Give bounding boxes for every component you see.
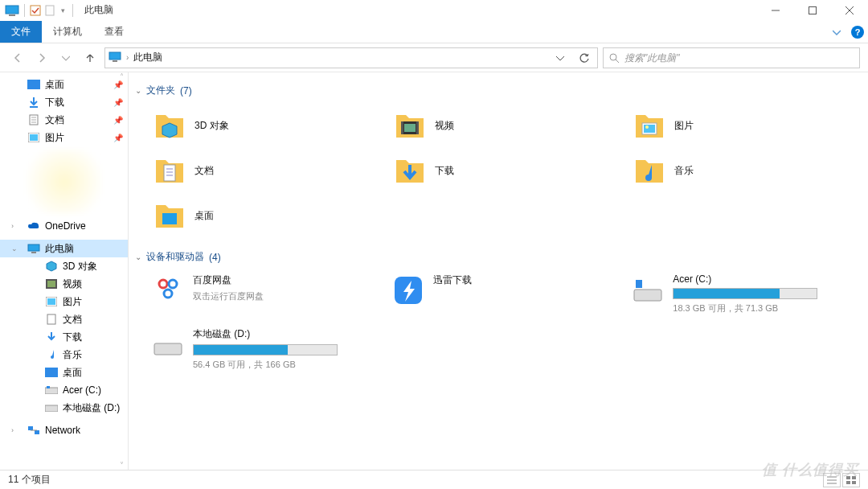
- sidebar-item-label: 此电脑: [45, 242, 74, 256]
- sidebar-acer-c[interactable]: Acer (C:): [0, 381, 128, 399]
- folder-label: 图片: [674, 119, 694, 133]
- close-button[interactable]: [831, 0, 868, 21]
- large-icons-view-button[interactable]: [842, 473, 860, 487]
- new-folder-icon[interactable]: [44, 5, 55, 16]
- folder-music[interactable]: 音乐: [628, 149, 860, 192]
- group-count: (7): [180, 85, 192, 97]
- drive-name: 本地磁盘 (D:): [193, 327, 377, 341]
- group-header-folders[interactable]: ⌄ 文件夹 (7): [135, 84, 860, 97]
- nav-recent-button[interactable]: [56, 48, 76, 68]
- drive-baidu[interactable]: 百度网盘 双击运行百度网盘: [148, 270, 380, 318]
- search-input[interactable]: [624, 52, 854, 64]
- maximize-button[interactable]: [794, 0, 831, 21]
- chevron-down-icon[interactable]: ⌄: [135, 253, 141, 261]
- drive-thunder[interactable]: 迅雷下载: [388, 270, 620, 318]
- drive-d-icon: [151, 327, 185, 361]
- nav-up-button[interactable]: [80, 48, 100, 68]
- folder-pictures[interactable]: 图片: [628, 104, 860, 147]
- sidebar-item-label: 文档: [45, 113, 64, 127]
- svg-rect-32: [35, 430, 39, 434]
- sidebar-item-label: 下载: [45, 96, 64, 109]
- sidebar-documents[interactable]: 文档 📌: [0, 111, 128, 129]
- folder-videos[interactable]: 视频: [388, 104, 620, 147]
- svg-rect-12: [27, 80, 40, 89]
- sidebar-pictures[interactable]: 图片 📌: [0, 129, 128, 146]
- search-icon: [608, 52, 620, 64]
- folder-documents[interactable]: 文档: [148, 149, 380, 192]
- separator: [24, 4, 25, 17]
- svg-line-11: [616, 60, 619, 63]
- tab-view[interactable]: 查看: [93, 21, 135, 43]
- drive-name: Acer (C:): [673, 273, 857, 285]
- refresh-button[interactable]: [575, 52, 594, 64]
- tab-computer[interactable]: 计算机: [42, 21, 93, 43]
- sidebar-videos[interactable]: 视频: [0, 275, 128, 293]
- tab-file[interactable]: 文件: [0, 21, 42, 43]
- sidebar-network[interactable]: › Network: [0, 421, 128, 439]
- video-icon: [45, 277, 58, 290]
- svg-point-48: [164, 290, 172, 298]
- desktop-icon: [27, 78, 40, 91]
- breadcrumb-this-pc[interactable]: 此电脑: [133, 51, 546, 64]
- svg-rect-9: [113, 60, 117, 62]
- music-icon: [45, 348, 58, 361]
- minimize-button[interactable]: [757, 0, 794, 21]
- search-box[interactable]: [603, 47, 860, 68]
- chevron-right-icon[interactable]: ›: [11, 426, 14, 434]
- desktop-folder-icon: [153, 199, 186, 232]
- chevron-down-icon[interactable]: ⌄: [135, 86, 141, 95]
- folder-desktop[interactable]: 桌面: [148, 194, 380, 237]
- svg-rect-8: [109, 52, 121, 60]
- window-title: 此电脑: [80, 3, 757, 17]
- qat-chevron-down-icon[interactable]: ▾: [59, 6, 68, 14]
- sidebar-desktop-2[interactable]: 桌面: [0, 364, 128, 381]
- sidebar-downloads-2[interactable]: 下载: [0, 328, 128, 346]
- drive-local-d[interactable]: 本地磁盘 (D:) 56.4 GB 可用，共 166 GB: [148, 324, 380, 374]
- download-folder-icon: [393, 154, 427, 187]
- nav-forward-button[interactable]: [32, 48, 51, 68]
- group-header-devices[interactable]: ⌄ 设备和驱动器 (4): [135, 250, 860, 264]
- drive-acer-c[interactable]: Acer (C:) 18.3 GB 可用，共 71.3 GB: [628, 270, 860, 318]
- help-button[interactable]: ?: [847, 21, 868, 43]
- sidebar-item-label: 桌面: [45, 78, 64, 92]
- baidu-icon: [151, 273, 185, 307]
- music-folder-icon: [633, 154, 666, 187]
- download-icon: [27, 96, 40, 109]
- drive-icon: [45, 384, 58, 397]
- chevron-down-icon[interactable]: ⌄: [11, 244, 18, 253]
- sidebar-desktop[interactable]: 桌面 📌: [0, 76, 128, 93]
- address-dropdown-icon[interactable]: [551, 54, 570, 62]
- sidebar-local-d[interactable]: 本地磁盘 (D:): [0, 399, 128, 417]
- svg-rect-26: [47, 314, 55, 324]
- sidebar-documents-2[interactable]: 文档: [0, 310, 128, 328]
- this-pc-icon: [5, 5, 19, 16]
- drive-name: 迅雷下载: [433, 273, 617, 287]
- drive-c-icon: [631, 273, 665, 307]
- ribbon-expand-icon[interactable]: [826, 21, 847, 43]
- address-box[interactable]: › 此电脑: [104, 47, 598, 68]
- separator: [72, 4, 73, 17]
- document-icon: [45, 313, 58, 326]
- scroll-down-icon[interactable]: ˅: [120, 461, 124, 470]
- details-view-button[interactable]: [823, 473, 841, 487]
- folder-downloads[interactable]: 下载: [388, 149, 620, 192]
- sidebar-downloads[interactable]: 下载 📌: [0, 93, 128, 111]
- nav-back-button[interactable]: [8, 48, 27, 68]
- svg-rect-53: [154, 343, 182, 355]
- svg-rect-3: [46, 6, 54, 15]
- properties-icon[interactable]: [30, 5, 41, 16]
- folder-3d-objects[interactable]: 3D 对象: [148, 104, 380, 147]
- svg-rect-39: [644, 125, 655, 133]
- breadcrumb-sep-icon[interactable]: ›: [126, 53, 129, 62]
- svg-rect-59: [846, 481, 850, 484]
- sidebar-music[interactable]: 音乐: [0, 346, 128, 364]
- sidebar-this-pc[interactable]: ⌄ 此电脑: [0, 240, 128, 257]
- folder-label: 音乐: [674, 164, 694, 178]
- sidebar-item-label: 本地磁盘 (D:): [63, 401, 120, 415]
- sidebar-3d-objects[interactable]: 3D 对象: [0, 257, 128, 275]
- document-folder-icon: [153, 154, 186, 187]
- sidebar-pictures-2[interactable]: 图片: [0, 293, 128, 310]
- sidebar-onedrive[interactable]: › OneDrive: [0, 217, 128, 235]
- svg-rect-28: [45, 388, 58, 394]
- chevron-right-icon[interactable]: ›: [11, 222, 14, 230]
